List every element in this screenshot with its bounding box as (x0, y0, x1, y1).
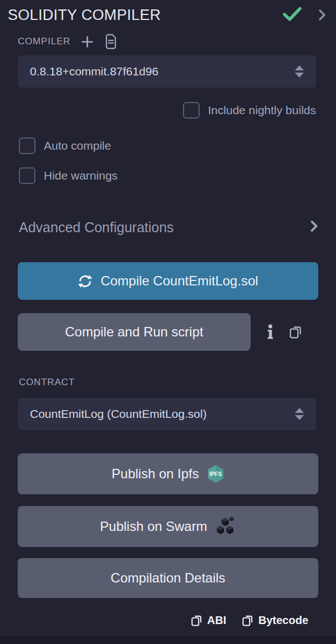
auto-compile-checkbox[interactable] (19, 137, 35, 154)
contract-label: CONTRACT (19, 377, 75, 388)
add-compiler-plus-icon[interactable] (80, 35, 94, 49)
auto-compile-label[interactable]: Auto compile (44, 139, 111, 152)
compile-button-label: Compile CountEmitLog.sol (100, 273, 258, 289)
copy-icon (191, 614, 202, 627)
publish-swarm-button[interactable]: Publish on Swarm (18, 506, 318, 547)
copy-bytecode-button[interactable]: Bytecode (242, 614, 308, 627)
ipfs-badge-text: IPFS (210, 471, 222, 477)
auto-compile-row: Auto compile (19, 137, 111, 154)
hide-warnings-row: Hide warnings (19, 167, 118, 184)
compiler-label: COMPILER (18, 36, 70, 47)
compiler-section-header: COMPILER (18, 32, 118, 51)
compile-and-run-button[interactable]: Compile and Run script (18, 313, 251, 351)
hide-warnings-checkbox[interactable] (19, 167, 35, 184)
advanced-configurations-label: Advanced Configurations (19, 219, 174, 236)
select-carets-icon (295, 65, 304, 78)
copy-artifacts-row: ABI Bytecode (191, 614, 308, 627)
info-icon[interactable] (267, 324, 273, 340)
contract-selected-value: CountEmitLog (CountEmitLog.sol) (30, 407, 207, 421)
publish-ipfs-button[interactable]: Publish on Ipfs IPFS (18, 453, 318, 494)
compiler-version-select[interactable]: 0.8.18+commit.87f61d96 (18, 55, 316, 88)
copy-icon (242, 614, 253, 627)
include-nightly-checkbox[interactable] (183, 102, 200, 119)
compile-button[interactable]: Compile CountEmitLog.sol (18, 262, 318, 300)
compiler-version-value: 0.8.18+commit.87f61d96 (30, 65, 159, 78)
publish-ipfs-label: Publish on Ipfs (111, 466, 198, 482)
hide-warnings-label[interactable]: Hide warnings (44, 169, 118, 182)
compiler-docs-file-icon[interactable] (104, 34, 118, 49)
copy-abi-button[interactable]: ABI (191, 614, 226, 627)
panel-header: SOLIDITY COMPILER (8, 4, 326, 25)
panel-chevron-right-icon[interactable] (318, 8, 326, 22)
ipfs-cube-icon: IPFS (207, 464, 225, 483)
refresh-icon (78, 274, 93, 289)
select-carets-icon (295, 408, 304, 420)
bytecode-label: Bytecode (258, 614, 308, 627)
compile-and-run-label: Compile and Run script (65, 324, 203, 340)
contract-select[interactable]: CountEmitLog (CountEmitLog.sol) (18, 398, 316, 430)
publish-swarm-label: Publish on Swarm (100, 519, 207, 534)
panel-bottom-strip (0, 636, 336, 644)
abi-label: ABI (207, 614, 226, 627)
advanced-configurations-toggle[interactable]: Advanced Configurations (19, 216, 318, 238)
include-nightly-row: Include nightly builds (183, 102, 316, 119)
advanced-chevron-right-icon (310, 219, 318, 235)
compilation-details-label: Compilation Details (111, 570, 226, 586)
compile-and-run-row: Compile and Run script (18, 313, 302, 351)
page-title: SOLIDITY COMPILER (8, 7, 161, 24)
include-nightly-label[interactable]: Include nightly builds (208, 104, 316, 117)
swarm-cubes-icon (215, 517, 236, 536)
copy-script-icon[interactable] (289, 325, 302, 339)
compile-success-checkmark-icon (283, 7, 302, 24)
compilation-details-button[interactable]: Compilation Details (18, 558, 318, 598)
